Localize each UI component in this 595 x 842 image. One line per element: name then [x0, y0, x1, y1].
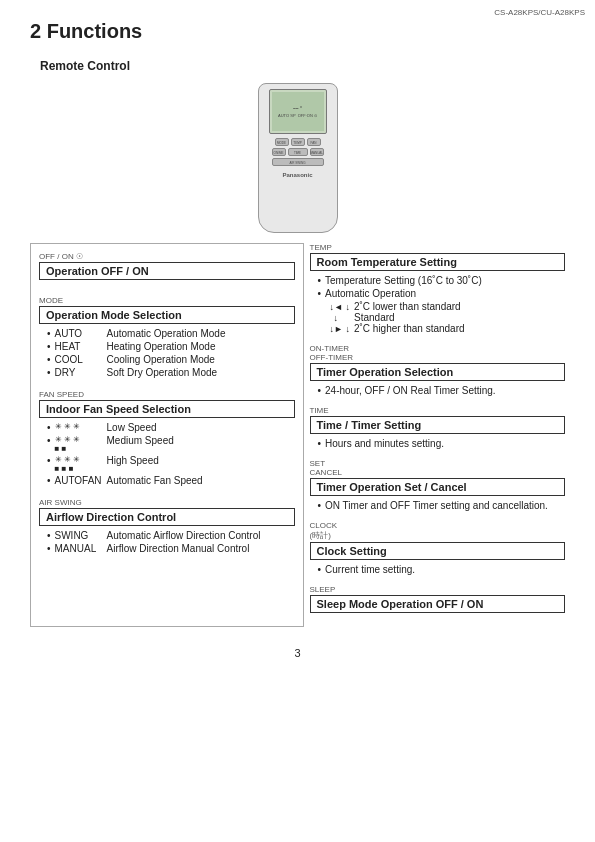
- item-code: COOL: [55, 354, 107, 365]
- mode-title: Operation Mode Selection: [39, 306, 295, 324]
- item-desc: Automatic Operation Mode: [107, 328, 226, 339]
- item-desc: 24-hour, OFF / ON Real Timer Setting.: [325, 385, 496, 396]
- arrow-row-lower: ↓◄ ↓ 2˚C lower than standard: [330, 301, 461, 312]
- list-item: • 24-hour, OFF / ON Real Timer Setting.: [318, 385, 566, 396]
- screen-text: –– °: [293, 105, 302, 111]
- list-item: • COOL Cooling Operation Mode: [47, 354, 295, 365]
- time-block: TIME Time / Timer Setting • Hours and mi…: [310, 406, 566, 449]
- airflow-list: • SWING Automatic Airflow Direction Cont…: [39, 530, 295, 554]
- item-code: DRY: [55, 367, 107, 378]
- main-layout: OFF / ON ☉ Operation OFF / ON MODE Opera…: [30, 243, 565, 627]
- on-me-btn2[interactable]: TIME: [288, 148, 308, 156]
- item-desc: Cooling Operation Mode: [107, 354, 215, 365]
- time-title: Time / Timer Setting: [310, 416, 566, 434]
- remote-screen: –– ° AUTO SP OFF·ON ⊙: [269, 89, 327, 134]
- list-item: ↓◄ ↓ 2˚C lower than standard ↓ Standard …: [318, 301, 566, 334]
- right-panel: TEMP Room Temperature Setting • Temperat…: [310, 243, 566, 627]
- sleep-tag: SLEEP: [310, 585, 566, 594]
- arrow-desc: Standard: [354, 312, 395, 323]
- speed-icon-low: ✳ ✳ ✳: [55, 422, 107, 431]
- bullet: •: [318, 385, 322, 396]
- item-desc: Current time setting.: [325, 564, 415, 575]
- clock-tag: CLOCK(時計): [310, 521, 566, 541]
- sleep-title: Sleep Mode Operation OFF / ON: [310, 595, 566, 613]
- item-code: AUTO: [55, 328, 107, 339]
- airflow-block: AIR SWING Airflow Direction Control • SW…: [39, 498, 295, 554]
- set-cancel-title: Timer Operation Set / Cancel: [310, 478, 566, 496]
- fan-tag: FAN SPEED: [39, 390, 295, 399]
- list-item: • AUTOFAN Automatic Fan Speed: [47, 475, 295, 486]
- remote-mid-buttons: ON/ME TIME MANUAL: [272, 148, 324, 156]
- fan-title: Indoor Fan Speed Selection: [39, 400, 295, 418]
- remote-top-buttons: MODE TEMP FAN SPD: [275, 138, 321, 146]
- off-on-tag: OFF / ON ☉: [39, 252, 295, 261]
- item-desc: Airflow Direction Manual Control: [107, 543, 250, 554]
- bullet: •: [47, 367, 51, 378]
- bullet: •: [318, 438, 322, 449]
- clock-block: CLOCK(時計) Clock Setting • Current time s…: [310, 521, 566, 575]
- item-desc: Automatic Operation: [325, 288, 416, 299]
- set-cancel-list: • ON Timer and OFF Timer setting and can…: [310, 500, 566, 511]
- timer-op-list: • 24-hour, OFF / ON Real Timer Setting.: [310, 385, 566, 396]
- item-desc: Low Speed: [107, 422, 157, 433]
- list-item: • DRY Soft Dry Operation Mode: [47, 367, 295, 378]
- arrow-icon: ↓◄ ↓: [330, 302, 350, 312]
- item-desc: Automatic Airflow Direction Control: [107, 530, 261, 541]
- list-item: • ✳ ✳ ✳ Low Speed: [47, 422, 295, 433]
- item-desc: Automatic Fan Speed: [107, 475, 203, 486]
- air-swing-btn[interactable]: AIR SWING: [272, 158, 324, 166]
- item-desc: Soft Dry Operation Mode: [107, 367, 218, 378]
- list-item: • MANUAL Airflow Direction Manual Contro…: [47, 543, 295, 554]
- bullet: •: [47, 530, 51, 541]
- list-item: • HEAT Heating Operation Mode: [47, 341, 295, 352]
- on-me-btn1[interactable]: ON/ME: [272, 148, 286, 156]
- list-item: • ✳ ✳ ✳■ ■ Medium Speed: [47, 435, 295, 453]
- model-number: CS-A28KPS/CU-A28KPS: [494, 8, 585, 17]
- item-code: AUTOFAN: [55, 475, 107, 486]
- mode-list: • AUTO Automatic Operation Mode • HEAT H…: [39, 328, 295, 378]
- arrow-icon: ↓► ↓: [330, 324, 350, 334]
- temp-list: • Temperature Setting (16˚C to 30˚C) • A…: [310, 275, 566, 334]
- item-code: HEAT: [55, 341, 107, 352]
- page-title: 2 Functions: [30, 20, 565, 43]
- airflow-title: Airflow Direction Control: [39, 508, 295, 526]
- remote-control: –– ° AUTO SP OFF·ON ⊙ MODE TEMP FAN SPD …: [258, 83, 338, 233]
- temp-block: TEMP Room Temperature Setting • Temperat…: [310, 243, 566, 334]
- bullet: •: [47, 475, 51, 486]
- bullet: •: [47, 455, 51, 466]
- set-cancel-tag: SETCANCEL: [310, 459, 566, 477]
- left-panel: OFF / ON ☉ Operation OFF / ON MODE Opera…: [30, 243, 304, 627]
- clock-list: • Current time setting.: [310, 564, 566, 575]
- item-desc: Medium Speed: [107, 435, 174, 446]
- bullet: •: [318, 275, 322, 286]
- page-number: 3: [30, 647, 565, 659]
- mode-tag: MODE: [39, 296, 295, 305]
- timer-op-title: Timer Operation Selection: [310, 363, 566, 381]
- time-list: • Hours and minutes setting.: [310, 438, 566, 449]
- time-tag: TIME: [310, 406, 566, 415]
- arrow-row-standard: ↓ Standard: [334, 312, 395, 323]
- bullet: •: [47, 422, 51, 433]
- manual-btn[interactable]: MANUAL: [310, 148, 324, 156]
- bullet: •: [318, 288, 322, 299]
- arrow-desc: 2˚C higher than standard: [354, 323, 465, 334]
- timer-op-tag: ON-TIMEROFF-TIMER: [310, 344, 566, 362]
- mode-block: MODE Operation Mode Selection • AUTO Aut…: [39, 296, 295, 378]
- temp-tag: TEMP: [310, 243, 566, 252]
- list-item: • AUTO Automatic Operation Mode: [47, 328, 295, 339]
- section-title: Remote Control: [40, 59, 565, 73]
- fan-spd-btn[interactable]: FAN SPD: [307, 138, 321, 146]
- item-desc: High Speed: [107, 455, 159, 466]
- temp-btn[interactable]: TEMP: [291, 138, 305, 146]
- bullet: •: [47, 543, 51, 554]
- bullet: •: [318, 500, 322, 511]
- timer-op-block: ON-TIMEROFF-TIMER Timer Operation Select…: [310, 344, 566, 396]
- mode-btn[interactable]: MODE: [275, 138, 289, 146]
- airswing-tag: AIR SWING: [39, 498, 295, 507]
- list-item: • Current time setting.: [318, 564, 566, 575]
- item-code: MANUAL: [55, 543, 107, 554]
- speed-icon-high: ✳ ✳ ✳■ ■ ■: [55, 455, 107, 473]
- speed-icon-med: ✳ ✳ ✳■ ■: [55, 435, 107, 453]
- list-item: • SWING Automatic Airflow Direction Cont…: [47, 530, 295, 541]
- list-item: • Automatic Operation: [318, 288, 566, 299]
